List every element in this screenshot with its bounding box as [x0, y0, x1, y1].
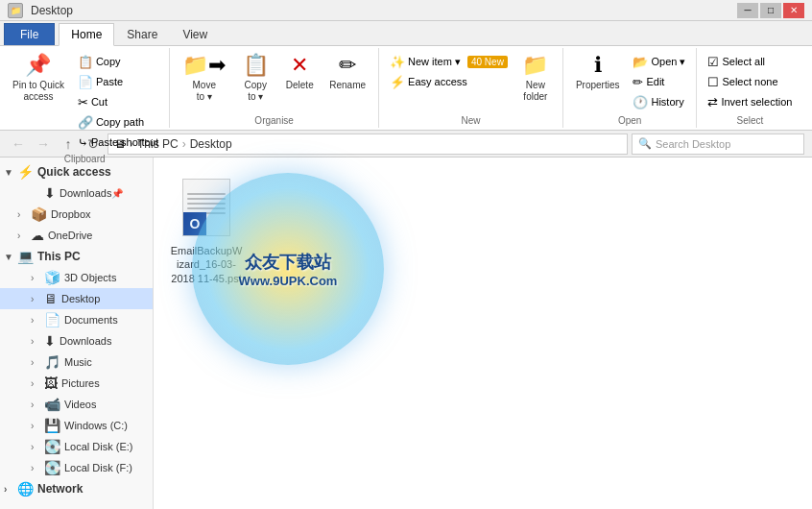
copy-path-button[interactable]: 🔗 Copy path: [73, 112, 163, 132]
3d-icon: 🧊: [44, 270, 60, 285]
sidebar-item-local-f[interactable]: › 💽 Local Disk (F:): [0, 457, 153, 478]
cut-label: Cut: [91, 96, 107, 108]
new-folder-button[interactable]: 📁 Newfolder: [514, 50, 557, 109]
invert-label: Invert selection: [721, 96, 792, 108]
invert-selection-button[interactable]: ⇄ Invert selection: [703, 92, 797, 111]
sidebar-item-quick-access[interactable]: ▼ ⚡ Quick access: [0, 161, 153, 182]
cut-button[interactable]: ✂ Cut: [73, 92, 163, 111]
copy-to-icon: 📋: [243, 53, 269, 78]
paste-shortcut-button[interactable]: ⤷ Paste shortcut: [73, 133, 163, 152]
properties-icon: ℹ: [594, 53, 602, 78]
new-small-group: ✨ New item ▾ 40 New ⚡ Easy access: [385, 50, 513, 91]
ribbon-group-open: ℹ Properties 📂 Open ▾ ✏ Edit 🕐 History O…: [563, 48, 698, 128]
network-icon: 🌐: [17, 481, 34, 497]
documents-icon: 📄: [44, 312, 60, 327]
downloads-quick-icon: ⬇: [44, 185, 56, 201]
move-label: Moveto ▾: [193, 80, 216, 103]
expand-icon-le: ›: [31, 442, 44, 452]
new-folder-icon: 📁: [522, 53, 548, 78]
new-folder-label: Newfolder: [523, 80, 547, 103]
expand-icon-lf: ›: [31, 463, 44, 473]
local-e-label: Local Disk (E:): [64, 441, 133, 452]
address-sep2: ›: [182, 137, 186, 151]
title-bar-controls: ─ □ ✕: [737, 3, 804, 18]
quick-access-icon: ⚡: [17, 164, 34, 180]
sidebar-item-windows-c[interactable]: › 💾 Windows (C:): [0, 415, 153, 436]
select-none-button[interactable]: ☐ Select none: [703, 72, 797, 91]
open-label: Open ▾: [651, 56, 685, 68]
select-all-button[interactable]: ☑ Select all: [703, 52, 797, 71]
local-e-icon: 💽: [44, 439, 60, 454]
copy-label: Copy: [96, 56, 121, 67]
sidebar-item-downloads[interactable]: › ⬇ Downloads: [0, 330, 153, 351]
network-label: Network: [37, 482, 83, 496]
sidebar-item-dropbox[interactable]: › 📦 Dropbox: [0, 204, 153, 225]
address-bar[interactable]: 🖥 › This PC › Desktop: [107, 133, 628, 155]
expand-icon-thispc: ▼: [4, 252, 17, 262]
edit-button[interactable]: ✏ Edit: [628, 72, 690, 91]
tab-file[interactable]: File: [4, 23, 55, 45]
delete-label: Delete: [286, 80, 314, 91]
tab-home[interactable]: Home: [59, 23, 114, 46]
select-none-icon: ☐: [707, 75, 719, 89]
expand-icon-dropbox: ›: [17, 209, 31, 220]
windows-c-icon: 💾: [44, 418, 60, 433]
new-item-label: New item ▾: [408, 56, 461, 68]
minimize-button[interactable]: ─: [737, 3, 758, 18]
file-item-email-backup[interactable]: O EmailBackupWizard_16-03-2018 11-45.pst: [163, 167, 250, 292]
rename-button[interactable]: ✏ Rename: [322, 50, 372, 109]
sidebar-item-network[interactable]: › 🌐 Network: [0, 478, 153, 499]
easy-access-button[interactable]: ⚡ Easy access: [385, 72, 513, 91]
sidebar-item-this-pc[interactable]: ▼ 💻 This PC: [0, 246, 153, 267]
copy-paste-group: 📋 Copy 📄 Paste ✂ Cut 🔗 Copy path ⤷: [73, 50, 163, 152]
ribbon-tabs: File Home Share View: [0, 21, 812, 46]
dropbox-label: Dropbox: [51, 208, 91, 220]
file-icon-email-backup: O: [178, 174, 235, 241]
cut-icon: ✂: [78, 95, 88, 109]
copy-button[interactable]: 📋 Copy: [73, 52, 163, 71]
organise-content: 📁➡ Moveto ▾ 📋 Copyto ▾ ✕ Delete ✏ Rename: [176, 50, 372, 113]
sidebar-item-videos[interactable]: › 📹 Videos: [0, 394, 153, 415]
sidebar-item-local-e[interactable]: › 💽 Local Disk (E:): [0, 436, 153, 457]
select-small-group: ☑ Select all ☐ Select none ⇄ Invert sele…: [703, 50, 797, 111]
sidebar-item-desktop[interactable]: › 🖥 Desktop: [0, 288, 153, 309]
tab-view[interactable]: View: [170, 23, 220, 45]
sidebar-item-3d-objects[interactable]: › 🧊 3D Objects: [0, 267, 153, 288]
sidebar-item-downloads-quick[interactable]: ⬇ Downloads 📌: [0, 182, 153, 204]
search-bar[interactable]: 🔍 Search Desktop: [632, 133, 804, 155]
delete-button[interactable]: ✕ Delete: [278, 50, 321, 109]
copy-icon: 📋: [78, 55, 93, 69]
move-to-button[interactable]: 📁➡ Moveto ▾: [176, 50, 232, 109]
close-button[interactable]: ✕: [783, 3, 804, 18]
expand-icon-pics: ›: [31, 378, 44, 389]
select-content: ☑ Select all ☐ Select none ⇄ Invert sele…: [703, 50, 797, 113]
properties-button[interactable]: ℹ Properties: [569, 50, 627, 109]
sidebar-item-pictures[interactable]: › 🖼 Pictures: [0, 373, 153, 394]
3d-label: 3D Objects: [64, 272, 116, 283]
desktop-icon: 🖥: [44, 291, 58, 306]
title-bar-icons: 📁: [8, 3, 23, 18]
maximize-button[interactable]: □: [760, 3, 781, 18]
copy-path-label: Copy path: [96, 116, 144, 128]
new-item-button[interactable]: ✨ New item ▾ 40 New: [385, 52, 513, 71]
onedrive-label: OneDrive: [48, 230, 92, 241]
history-icon: 🕐: [633, 95, 648, 109]
windows-c-label: Windows (C:): [64, 420, 128, 431]
ribbon: 📌 Pin to Quickaccess 📋 Copy 📄 Paste ✂ Cu…: [0, 46, 812, 131]
pin-to-quick-access-button[interactable]: 📌 Pin to Quickaccess: [6, 50, 71, 109]
tab-share[interactable]: Share: [114, 23, 170, 45]
copy-to-button[interactable]: 📋 Copyto ▾: [234, 50, 276, 109]
doc-line-4: [187, 207, 226, 209]
pictures-label: Pictures: [61, 377, 100, 389]
sidebar-item-onedrive[interactable]: › ☁ OneDrive: [0, 225, 153, 246]
music-label: Music: [64, 356, 92, 368]
open-button[interactable]: 📂 Open ▾: [628, 52, 690, 71]
doc-line-3: [187, 203, 226, 205]
paste-button[interactable]: 📄 Paste: [73, 72, 163, 91]
history-button[interactable]: 🕐 History: [628, 92, 690, 111]
expand-icon-onedrive: ›: [17, 230, 31, 241]
videos-icon: 📹: [44, 397, 60, 412]
sidebar-item-music[interactable]: › 🎵 Music: [0, 351, 153, 373]
sidebar-item-documents[interactable]: › 📄 Documents: [0, 309, 153, 330]
expand-icon-3d: ›: [31, 273, 44, 283]
